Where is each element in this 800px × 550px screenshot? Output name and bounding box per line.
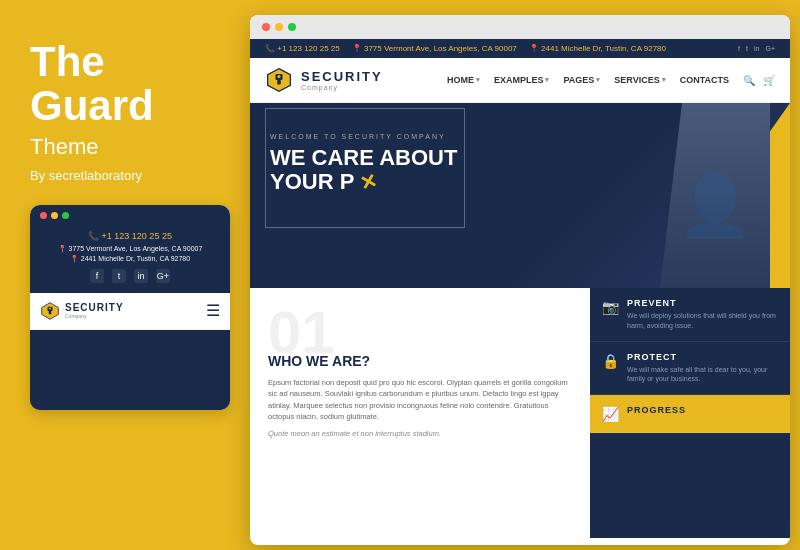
hero-person-silhouette: 👤 <box>678 170 753 241</box>
progress-content: PROGRESS <box>627 405 686 418</box>
site-menu: HOME ▾ EXAMPLES ▾ PAGES ▾ SERVICES ▾ CON… <box>447 75 775 86</box>
svg-point-3 <box>49 307 51 309</box>
section-para: Epsum factorial non deposit quid pro quo… <box>268 377 572 422</box>
section-title: WHO WE ARE? <box>268 353 572 369</box>
content-right: 📷 PREVENT We will deploy solutions that … <box>590 288 790 538</box>
site-hero: 👤 WELCOME TO SECURITY COMPANY WE CARE AB… <box>250 103 790 288</box>
protect-content: PROTECT We will make safe all that is de… <box>627 352 778 385</box>
hero-title: WE CARE ABOUT YOUR P ✕ <box>270 146 457 194</box>
browser-dot-green <box>288 23 296 31</box>
topbar-twitter-icon: t <box>746 45 748 52</box>
hamburger-icon[interactable]: ☰ <box>206 301 220 320</box>
protect-title: PROTECT <box>627 352 778 362</box>
hero-welcome: WELCOME TO SECURITY COMPANY <box>270 133 457 140</box>
topbar-phone: 📞 +1 123 120 25 25 <box>265 44 340 53</box>
menu-services[interactable]: SERVICES ▾ <box>614 75 665 85</box>
progress-icon: 📈 <box>602 406 619 422</box>
mobile-logo-area: SECURITY Company <box>40 301 124 321</box>
svg-rect-2 <box>49 311 52 314</box>
logo-name: SECURITY <box>301 69 383 84</box>
topbar-linkedin-icon: in <box>754 45 759 52</box>
theme-by: By secretlaboratory <box>30 168 220 183</box>
topbar-gplus-icon: G+ <box>765 45 775 52</box>
mobile-dot-red <box>40 212 47 219</box>
menu-contacts[interactable]: CONTACTS <box>680 75 729 85</box>
menu-icons: 🔍 🛒 <box>743 75 775 86</box>
mobile-logo-sub: Company <box>65 313 124 319</box>
mobile-facebook-icon: f <box>90 269 104 283</box>
mobile-dot-yellow <box>51 212 58 219</box>
menu-home[interactable]: HOME ▾ <box>447 75 480 85</box>
examples-arrow-icon: ▾ <box>545 76 549 84</box>
site-topbar: 📞 +1 123 120 25 25 📍 3775 Vermont Ave, L… <box>250 39 790 58</box>
mobile-info-bar: 📞 +1 123 120 25 25 📍 3775 Vermont Ave, L… <box>30 226 230 293</box>
mobile-linkedin-icon: in <box>134 269 148 283</box>
mobile-hero-overlay <box>30 330 230 410</box>
content-left: 01 WHO WE ARE? Epsum factorial non depos… <box>250 288 590 538</box>
search-icon[interactable]: 🔍 <box>743 75 755 86</box>
hero-content: WELCOME TO SECURITY COMPANY WE CARE ABOU… <box>270 133 457 194</box>
pages-arrow-icon: ▾ <box>596 76 600 84</box>
mobile-phone: 📞 +1 123 120 25 25 <box>38 231 222 241</box>
topbar-left: 📞 +1 123 120 25 25 📍 3775 Vermont Ave, L… <box>265 44 666 53</box>
svg-rect-6 <box>277 80 281 84</box>
mobile-social: f t in G+ <box>38 269 222 288</box>
site-nav: SECURITY Company HOME ▾ EXAMPLES ▾ PAGES… <box>250 58 790 103</box>
mobile-top-bar <box>30 205 230 226</box>
prevent-title: PREVENT <box>627 298 778 308</box>
left-panel: The Guard Theme By secretlaboratory 📞 +1… <box>0 0 245 550</box>
progress-title: PROGRESS <box>627 405 686 415</box>
logo-text-wrap: SECURITY Company <box>301 69 383 91</box>
hero-title-rotated: ✕ <box>360 169 377 194</box>
feature-prevent: 📷 PREVENT We will deploy solutions that … <box>590 288 790 342</box>
theme-subtitle: Theme <box>30 134 220 160</box>
prevent-content: PREVENT We will deploy solutions that wi… <box>627 298 778 331</box>
mobile-twitter-icon: t <box>112 269 126 283</box>
section-quote: Quote meon an estimate et non interruptu… <box>268 428 572 439</box>
browser-dot-yellow <box>275 23 283 31</box>
mobile-nav-bar: SECURITY Company ☰ <box>30 293 230 330</box>
feature-protect: 🔒 PROTECT We will make safe all that is … <box>590 342 790 396</box>
mobile-logo-name: SECURITY <box>65 302 124 313</box>
protect-icon: 🔒 <box>602 353 619 369</box>
feature-progress: 📈 PROGRESS <box>590 395 790 433</box>
mobile-mockup: 📞 +1 123 120 25 25 📍 3775 Vermont Ave, L… <box>30 205 230 410</box>
logo-svg <box>265 66 293 94</box>
topbar-right: f t in G+ <box>738 45 775 52</box>
site-logo: SECURITY Company <box>265 66 383 94</box>
cart-icon[interactable]: 🛒 <box>763 75 775 86</box>
logo-tagline: Company <box>301 84 383 91</box>
mobile-hero <box>30 330 230 410</box>
home-arrow-icon: ▾ <box>476 76 480 84</box>
theme-title: The Guard <box>30 40 220 128</box>
browser-mockup: 📞 +1 123 120 25 25 📍 3775 Vermont Ave, L… <box>250 15 790 545</box>
browser-dot-red <box>262 23 270 31</box>
topbar-address1: 📍 3775 Vermont Ave, Los Angeles, CA 9000… <box>352 44 517 53</box>
mobile-address: 📍 3775 Vermont Ave, Los Angeles, CA 9000… <box>38 244 222 264</box>
site-content: 01 WHO WE ARE? Epsum factorial non depos… <box>250 288 790 538</box>
topbar-address2: 📍 2441 Michelle Dr, Tustin, CA 92780 <box>529 44 666 53</box>
mobile-dot-green <box>62 212 69 219</box>
mobile-logo-text-wrap: SECURITY Company <box>65 302 124 319</box>
services-arrow-icon: ▾ <box>662 76 666 84</box>
protect-desc: We will make safe all that is dear to yo… <box>627 365 778 385</box>
menu-pages[interactable]: PAGES ▾ <box>563 75 600 85</box>
browser-chrome <box>250 15 790 39</box>
menu-examples[interactable]: EXAMPLES ▾ <box>494 75 550 85</box>
prevent-icon: 📷 <box>602 299 619 315</box>
prevent-desc: We will deploy solutions that will shiel… <box>627 311 778 331</box>
mobile-gplus-icon: G+ <box>156 269 170 283</box>
topbar-facebook-icon: f <box>738 45 740 52</box>
mobile-logo-svg <box>40 301 60 321</box>
svg-point-7 <box>277 75 280 78</box>
